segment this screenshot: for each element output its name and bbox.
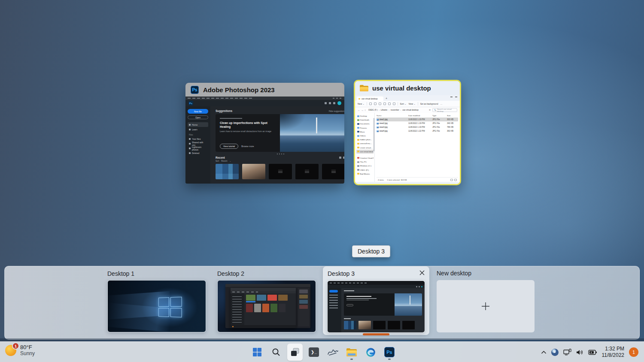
recent-file-thumbnail[interactable] [269, 164, 292, 179]
sidebar-item-your-files[interactable]: Your files [188, 136, 208, 141]
file-row[interactable]: view2.jpg 11/8/2022 1:19 PM JPG File 340… [377, 121, 458, 125]
breadcrumb[interactable]: OSDC (F:)› Lifewire› november› use virtu… [368, 109, 427, 111]
start-button[interactable] [249, 344, 265, 361]
sidebar-item-folder[interactable]: hidden phon… [356, 138, 374, 142]
sidebar-item-folder[interactable]: create virtual… [356, 146, 374, 150]
clock[interactable]: 1:32 PM 11/8/2022 [602, 346, 625, 359]
explorer-window-header[interactable]: use virtual desktop [355, 81, 460, 95]
photoshop-window-header[interactable]: Ps Adobe Photoshop 2023 [185, 83, 344, 97]
sort-button[interactable]: Sort ⌄ [400, 103, 407, 105]
set-as-background-button[interactable]: Set as background [420, 103, 438, 105]
network-icon[interactable] [563, 349, 571, 356]
search-button[interactable] [268, 344, 284, 361]
desktop-3-label[interactable]: Desktop 3 [328, 270, 355, 277]
recent-file-thumbnail[interactable] [216, 164, 239, 179]
sidebar-scrollbar[interactable] [374, 118, 374, 151]
recent-file-thumbnail[interactable] [295, 164, 319, 179]
sidebar-item-this-pc[interactable]: This PC [356, 160, 374, 164]
cut-icon[interactable] [369, 103, 372, 105]
share-icon[interactable] [388, 103, 391, 105]
carousel-dots[interactable] [216, 154, 344, 154]
column-headers[interactable]: Name Date modified Type Size [377, 114, 458, 118]
browse-more-link[interactable]: Browse more [241, 145, 254, 148]
photoshop-window-snapshot[interactable]: Ps New file Open Home Learn Files Your f… [185, 97, 344, 184]
sidebar-item-videos[interactable]: Videos [356, 134, 374, 138]
window-caption-buttons[interactable] [450, 97, 457, 97]
sidebar-item-osdc-f[interactable]: OSDC (F:) [356, 168, 374, 172]
hidden-icons-chevron-icon[interactable] [541, 350, 547, 354]
sidebar-item-music[interactable]: Music [356, 130, 374, 134]
desktop-2-snapshot [218, 281, 316, 332]
desktop-1-label[interactable]: Desktop 1 [107, 270, 134, 277]
desktop-2-thumbnail[interactable] [217, 280, 316, 332]
new-desktop-label[interactable]: New desktop [437, 270, 471, 277]
suggestion-card[interactable]: Clean up imperfections with Spot Healing… [216, 114, 344, 152]
sidebar-item-downloads[interactable]: Downloads [356, 118, 374, 122]
close-desktop-button[interactable] [418, 269, 426, 277]
apps-grid-icon [333, 102, 335, 104]
sidebar-item-windows-c[interactable]: Windows (C:) [356, 164, 374, 168]
sort-label: Sort [216, 160, 219, 162]
sidebar-item-deleted[interactable]: Deleted [188, 151, 208, 155]
edge-button[interactable] [363, 344, 378, 361]
recent-file-thumbnail[interactable] [322, 164, 344, 179]
explorer-tab[interactable]: use virtual desktop [357, 97, 383, 101]
view-tutorial-button[interactable]: View tutorial [220, 144, 238, 149]
grid-view-icon[interactable] [343, 157, 344, 159]
sidebar-item-current-folder[interactable]: use virtual desk… [356, 150, 374, 154]
sidebar-item-folder[interactable]: uninstall ma… [356, 142, 374, 145]
photoshop-home-main: Suggestions Hide suggestions Clean up im… [210, 106, 344, 184]
new-file-button[interactable]: New file [188, 109, 208, 114]
battery-icon[interactable] [588, 350, 597, 355]
explorer-search-box[interactable]: 🔍Search use virtual desktop [432, 108, 457, 112]
paste-icon[interactable] [379, 103, 381, 105]
recent-file-thumbnail[interactable] [242, 164, 265, 179]
desktop-1-thumbnail[interactable] [107, 280, 206, 332]
window-photoshop[interactable]: Ps Adobe Photoshop 2023 Ps New file Open… [185, 83, 344, 184]
desktop-2-label[interactable]: Desktop 2 [217, 270, 244, 277]
new-desktop-button[interactable] [437, 280, 535, 332]
weather-widget[interactable]: 1 80°F Sunny [5, 344, 35, 357]
sort-dropdown[interactable]: Recent [221, 160, 227, 162]
sidebar-item-documents[interactable]: Documents [356, 122, 374, 126]
sidebar-item-desktop[interactable]: Desktop [356, 114, 374, 118]
sketch-app-button[interactable] [325, 344, 340, 361]
file-row[interactable]: view4.jpg 11/8/2022 1:22 PM JPG File 363… [377, 129, 458, 133]
sidebar-item-home[interactable]: Home [188, 122, 208, 127]
speaker-icon[interactable] [576, 349, 583, 356]
condition-text: Sunny [20, 350, 35, 357]
copy-icon[interactable] [374, 103, 377, 105]
window-file-explorer-focused[interactable]: use virtual desktop use virtual desktop … [354, 80, 461, 185]
rename-icon[interactable] [383, 103, 386, 105]
terminal-button[interactable]: ❯_ [306, 344, 322, 361]
new-tab-button[interactable]: + [386, 97, 387, 101]
chevron-down-icon: ⌄ [230, 160, 231, 162]
sidebar-item-shared[interactable]: Shared with you [188, 141, 208, 146]
notification-badge[interactable]: 1 [629, 347, 638, 357]
sidebar-item-learn[interactable]: Learn [188, 127, 208, 132]
sidebar-item-lightroom[interactable]: Lightroom photos [188, 146, 208, 151]
file-explorer-button[interactable] [344, 344, 359, 361]
desktop-3-card-hovered[interactable]: Desktop 3 [323, 266, 429, 335]
view-button[interactable]: View ⌄ [408, 103, 415, 105]
sidebar-item-pictures[interactable]: Pictures [356, 126, 374, 130]
more-options-button[interactable]: … [440, 103, 442, 105]
refresh-icon[interactable]: ⟳ [429, 109, 431, 111]
desktop-3-thumbnail[interactable] [327, 281, 425, 333]
hide-suggestions-link[interactable]: Hide suggestions [329, 110, 344, 112]
list-view-icon[interactable] [339, 157, 341, 159]
sidebar-item-bad-movies[interactable]: Bad Movies [356, 172, 374, 176]
card-eyebrow [220, 118, 242, 119]
sidebar-item-creative-cloud[interactable]: Creative Cloud F… [356, 156, 374, 160]
back-forward-up-icons[interactable]: ←→↑ [358, 109, 367, 112]
media-disc-tray-icon[interactable] [551, 349, 559, 356]
new-button[interactable]: New ⌄ [358, 103, 365, 105]
large-icons-view-icon[interactable] [454, 179, 457, 181]
file-row[interactable]: view3.jpg 11/8/2022 1:19 PM JPG File 786… [377, 125, 458, 129]
task-view-button[interactable] [287, 344, 303, 361]
details-view-icon[interactable] [450, 179, 453, 181]
open-button[interactable]: Open [188, 115, 208, 119]
photoshop-button[interactable]: Ps [382, 344, 397, 361]
file-row-selected[interactable]: view1.jpg 11/8/2022 1:19 PM JPG File 303… [377, 118, 458, 121]
delete-icon[interactable] [393, 103, 395, 105]
